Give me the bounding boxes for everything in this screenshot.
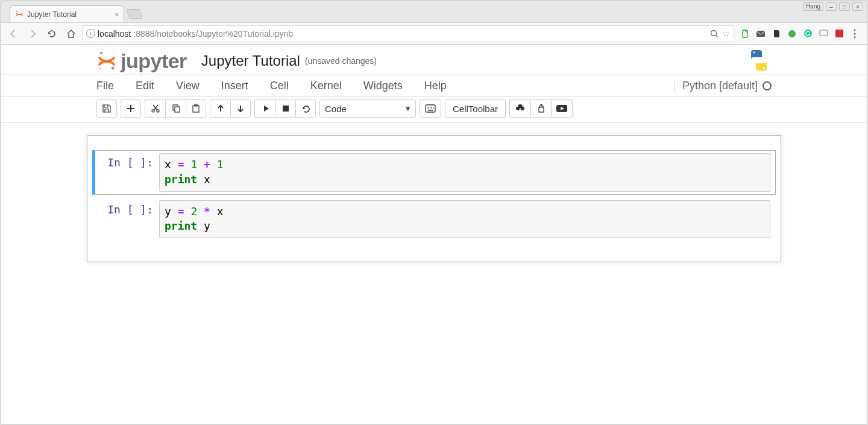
notebook-container: In [ ]:x = 1 + 1 print xIn [ ]:y = 2 * x… [87,135,781,262]
jupyter-logo-icon [96,50,117,72]
jupyter-favicon-icon [15,10,24,19]
menu-item-file[interactable]: File [96,76,126,96]
code-input[interactable]: x = 1 + 1 print x [159,153,770,192]
svg-point-17 [152,110,154,112]
url-host: localhost [98,29,131,39]
browser-tab-title: Jupyter Tutorial [27,10,77,19]
ext-mail-icon[interactable] [756,29,766,39]
save-button[interactable] [96,99,117,118]
nbextensions-button[interactable] [530,99,551,118]
svg-rect-31 [539,107,544,112]
menu-item-insert[interactable]: Insert [221,76,260,96]
cloud-download-button[interactable] [509,99,530,118]
toolbar: Code ▾ CellToolbar [87,97,781,122]
input-prompt: In [ ]: [100,153,159,192]
jupyter-logo[interactable]: Jupyter [96,50,187,72]
python-logo-icon[interactable] [746,49,772,72]
notebook-header: Jupyter Jupyter Tutorial (unsaved change… [1,45,867,74]
chevron-down-icon: ▾ [406,103,410,114]
ext-grammarly-icon[interactable] [803,29,813,39]
restart-kernel-button[interactable] [295,99,316,118]
window-hang-button[interactable]: Hang [803,2,823,11]
kernel-name: Python [default] [682,80,758,92]
menu-item-kernel[interactable]: Kernel [310,76,354,96]
svg-point-1 [711,30,717,36]
window-maximize-button[interactable]: □ [839,2,850,11]
jupyter-wordmark: Jupyter [121,49,187,73]
menu-item-help[interactable]: Help [424,76,459,96]
input-prompt: In [ ]: [100,200,159,239]
notebook-title[interactable]: Jupyter Tutorial [201,52,300,69]
window-controls: Hang – □ × [803,2,863,11]
svg-point-15 [753,52,755,54]
page-viewport: Jupyter Jupyter Tutorial (unsaved change… [1,45,867,424]
svg-point-12 [100,52,102,54]
ext-red-square-icon[interactable] [834,29,844,39]
forward-button[interactable] [24,25,41,42]
extension-icons [737,29,863,39]
menu-item-view[interactable]: View [176,76,212,96]
code-cell[interactable]: In [ ]:y = 2 * x print y [92,197,776,242]
ext-evernote-icon[interactable] [772,29,781,39]
svg-point-0 [16,11,17,12]
svg-point-5 [788,30,796,37]
kernel-indicator[interactable]: Python [default] [675,80,772,92]
notebook-status: (unsaved changes) [305,56,377,66]
svg-rect-8 [835,30,843,37]
browser-tab-strip: Jupyter Tutorial × [1,1,867,22]
rise-slideshow-button[interactable] [551,99,573,118]
svg-rect-21 [193,105,199,112]
svg-point-14 [99,68,101,70]
svg-rect-4 [756,31,765,37]
browser-toolbar: i localhost:8888/notebooks/Jupyter%20Tut… [1,22,867,45]
svg-point-10 [854,33,856,34]
code-input[interactable]: y = 2 * x print y [159,200,770,239]
new-tab-button[interactable] [126,9,142,19]
svg-rect-7 [820,30,828,36]
window-frame: Hang – □ × Jupyter Tutorial × [1,1,867,424]
svg-rect-23 [283,105,289,112]
ext-chat-icon[interactable] [819,29,828,39]
zoom-icon[interactable] [710,30,719,38]
svg-point-16 [763,68,765,69]
kernel-idle-icon [763,81,772,90]
svg-point-11 [854,36,856,38]
command-palette-button[interactable] [420,99,441,118]
copy-cell-button[interactable] [165,99,186,118]
reload-button[interactable] [43,25,60,42]
code-cell[interactable]: In [ ]:x = 1 + 1 print x [92,150,776,195]
ext-green-dot-icon[interactable] [787,29,797,39]
paste-cell-button[interactable] [186,99,206,118]
svg-rect-20 [175,107,180,112]
move-cell-up-button[interactable] [210,99,230,118]
interrupt-kernel-button[interactable] [275,99,295,118]
window-close-button[interactable]: × [852,2,863,11]
cell-toolbar-button[interactable]: CellToolbar [445,99,506,118]
svg-rect-3 [743,30,747,37]
move-cell-down-button[interactable] [230,99,251,118]
browser-tab-active[interactable]: Jupyter Tutorial × [10,5,124,22]
add-cell-button[interactable] [121,99,141,118]
svg-point-18 [157,110,159,112]
window-minimize-button[interactable]: – [826,2,837,11]
bookmark-star-icon[interactable]: ☆ [722,29,730,39]
home-button[interactable] [63,25,80,42]
chrome-menu-icon[interactable] [850,29,860,39]
menubar: FileEditViewInsertCellKernelWidgetsHelp … [87,75,781,96]
close-tab-icon[interactable]: × [115,11,119,18]
ext-green-file-icon[interactable] [740,29,750,39]
cell-type-value: Code [325,104,347,114]
address-bar[interactable]: i localhost:8888/notebooks/Jupyter%20Tut… [82,25,734,42]
run-cell-button[interactable] [254,99,275,118]
cell-type-select[interactable]: Code ▾ [319,99,416,118]
menu-item-edit[interactable]: Edit [136,76,166,96]
svg-line-2 [716,35,719,37]
menu-item-widgets[interactable]: Widgets [363,76,415,96]
menu-item-cell[interactable]: Cell [270,76,301,96]
notebook-body: In [ ]:x = 1 + 1 print xIn [ ]:y = 2 * x… [1,123,867,262]
svg-point-13 [112,67,115,70]
site-info-icon[interactable]: i [86,29,95,38]
svg-point-9 [854,29,856,31]
back-button[interactable] [5,25,22,42]
cut-cell-button[interactable] [145,99,165,118]
